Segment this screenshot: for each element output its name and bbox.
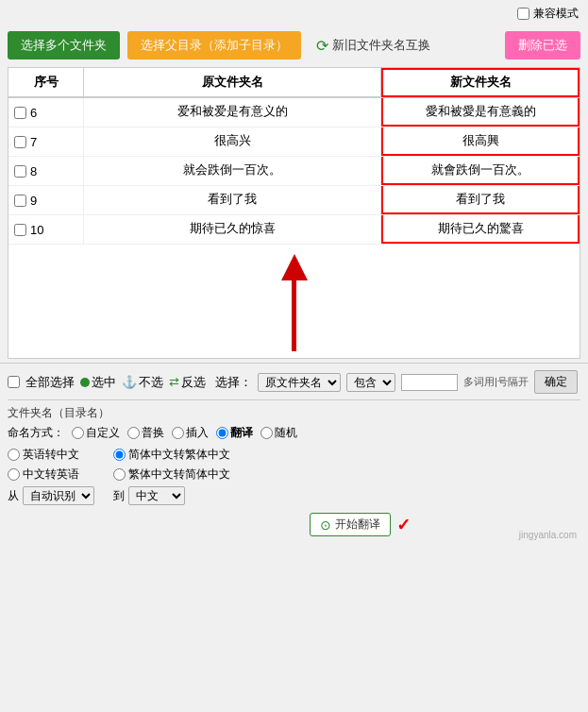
delete-btn[interactable]: 删除已选 — [505, 31, 580, 59]
table-header: 序号 原文件夹名 新文件夹名 — [8, 68, 580, 98]
top-bar: 兼容模式 — [0, 0, 588, 27]
row-seq-1: 6 — [8, 98, 84, 127]
green-dot-select: 选中 — [80, 374, 116, 391]
row-new-5: 期待已久的驚喜 — [381, 215, 580, 244]
row-check-5[interactable] — [14, 224, 26, 236]
table-body: 6 爱和被爱是有意义的 愛和被愛是有意義的 7 很高兴 很高興 — [8, 98, 580, 245]
table-row: 9 看到了我 看到了我 — [8, 186, 580, 215]
naming-label: 命名方式： — [8, 425, 64, 441]
translate-action: ⊙ 开始翻译 ✓ — [310, 513, 411, 536]
arrow-shaft — [292, 280, 296, 351]
row-num-4: 9 — [30, 194, 37, 208]
compat-label: 兼容模式 — [533, 6, 579, 22]
naming-translate[interactable]: 翻译 — [216, 425, 253, 441]
row-seq-2: 7 — [8, 127, 84, 156]
col-new-header: 新文件夹名 — [381, 68, 580, 97]
filter-mode-select[interactable]: 包含 — [346, 373, 395, 392]
multi-sep-label: 多词用|号隔开 — [463, 375, 529, 389]
row-seq-5: 10 — [8, 215, 84, 244]
table-row: 10 期待已久的惊喜 期待已久的驚喜 — [8, 215, 580, 245]
select-all-label: 全部选择 — [25, 374, 75, 391]
t-to-s[interactable]: 繁体中文转简体中文 — [113, 466, 230, 483]
select-parent-btn[interactable]: 选择父目录（添加子目录） — [127, 31, 301, 59]
row-check-2[interactable] — [14, 136, 26, 148]
main-table: 序号 原文件夹名 新文件夹名 6 爱和被爱是有意义的 愛和被愛是有意義的 7 — [8, 67, 580, 359]
watermark: jingyanla.com — [519, 530, 577, 540]
checkmark-icon: ✓ — [396, 515, 411, 535]
toolbar: 选择多个文件夹 选择父目录（添加子目录） ⟳ 新旧文件夹名互换 删除已选 — [0, 27, 588, 63]
select-icon — [80, 378, 90, 387]
arrow-head-icon — [281, 254, 308, 280]
row-new-1: 愛和被愛是有意義的 — [381, 98, 580, 127]
row-check-4[interactable] — [14, 195, 26, 207]
filter-input[interactable] — [401, 374, 458, 391]
row-check-1[interactable] — [14, 107, 26, 119]
divider-1 — [8, 399, 580, 400]
row-seq-4: 9 — [8, 186, 84, 214]
row-num-1: 6 — [30, 106, 37, 120]
col-old-header: 原文件夹名 — [84, 68, 381, 97]
row-check-3[interactable] — [14, 165, 26, 178]
select-multi-btn[interactable]: 选择多个文件夹 — [8, 31, 120, 59]
table-row: 7 很高兴 很高興 — [8, 127, 580, 157]
table-empty-area — [8, 245, 580, 358]
exchange-label: 新旧文件夹名互换 — [332, 37, 430, 54]
to-lang-select[interactable]: 中文 — [128, 486, 185, 505]
row-num-5: 10 — [30, 223, 43, 237]
col-seq-header: 序号 — [8, 68, 84, 97]
filter-field-select[interactable]: 原文件夹名 — [258, 373, 341, 392]
row-old-5: 期待已久的惊喜 — [84, 215, 381, 244]
translate-right-col: 简体中文转繁体中文 繁体中文转简体中文 到 中文 — [113, 447, 230, 505]
reverse-label[interactable]: 反选 — [181, 374, 206, 391]
row-num-2: 7 — [30, 135, 37, 149]
from-auto-row: 从 自动识别 — [8, 486, 94, 505]
section-label: 文件夹名（目录名） — [8, 403, 580, 423]
naming-insert[interactable]: 插入 — [172, 425, 209, 441]
anchor-deselect: ⚓ 不选 — [122, 374, 163, 391]
select-all-checkbox[interactable] — [8, 376, 20, 388]
compat-checkbox[interactable] — [517, 8, 529, 20]
naming-custom[interactable]: 自定义 — [72, 425, 120, 441]
row-old-4: 看到了我 — [84, 186, 381, 214]
translate-options: 英语转中文 中文转英语 从 自动识别 简体中文转繁体中文 繁体中文转简体中文 — [8, 447, 580, 505]
from-lang-select[interactable]: 自动识别 — [23, 486, 94, 505]
zh-to-en[interactable]: 中文转英语 — [8, 466, 94, 483]
select-row: 全部选择 选中 ⚓ 不选 ⇄ 反选 选择： 原文件夹名 包含 多词用|号隔开 确… — [8, 367, 580, 397]
to-lang-row: 到 中文 — [113, 486, 230, 505]
s-to-t[interactable]: 简体中文转繁体中文 — [113, 447, 230, 463]
filter-label: 选择： — [215, 374, 252, 391]
bottom-controls: 全部选择 选中 ⚓ 不选 ⇄ 反选 选择： 原文件夹名 包含 多词用|号隔开 确… — [0, 363, 588, 542]
naming-replace[interactable]: 普换 — [127, 425, 164, 441]
red-arrow — [281, 254, 308, 351]
row-num-3: 8 — [30, 164, 37, 178]
naming-random[interactable]: 随机 — [260, 425, 297, 441]
naming-row: 命名方式： 自定义 普换 插入 翻译 随机 — [8, 423, 580, 443]
deselect-label[interactable]: 不选 — [139, 374, 163, 391]
row-old-1: 爱和被爱是有意义的 — [84, 98, 381, 127]
exchange-icon: ⟳ — [316, 37, 328, 55]
reverse-icon: ⇄ — [169, 375, 179, 389]
table-row: 8 就会跌倒一百次。 就會跌倒一百次。 — [8, 157, 580, 186]
start-translate-btn[interactable]: ⊙ 开始翻译 — [310, 513, 391, 536]
row-old-2: 很高兴 — [84, 127, 381, 156]
en-to-zh[interactable]: 英语转中文 — [8, 447, 94, 463]
reverse-select: ⇄ 反选 — [169, 374, 206, 391]
confirm-btn[interactable]: 确定 — [534, 370, 578, 394]
select-label[interactable]: 选中 — [92, 374, 116, 391]
row-new-3: 就會跌倒一百次。 — [381, 157, 580, 185]
translate-left-col: 英语转中文 中文转英语 从 自动识别 — [8, 447, 94, 505]
delete-area: 删除已选 — [505, 31, 580, 59]
row-new-4: 看到了我 — [381, 186, 580, 214]
translate-icon: ⊙ — [320, 517, 331, 533]
table-row: 6 爱和被爱是有意义的 愛和被愛是有意義的 — [8, 98, 580, 127]
row-old-3: 就会跌倒一百次。 — [84, 157, 381, 185]
compat-mode-toggle[interactable]: 兼容模式 — [517, 6, 579, 22]
translate-btn-row: ⊙ 开始翻译 ✓ jingyanla.com — [8, 511, 580, 538]
exchange-btn[interactable]: ⟳ 新旧文件夹名互换 — [309, 33, 438, 59]
anchor-icon: ⚓ — [122, 375, 137, 389]
row-new-2: 很高興 — [381, 127, 580, 156]
translate-btn-label: 开始翻译 — [335, 517, 380, 533]
row-seq-3: 8 — [8, 157, 84, 185]
